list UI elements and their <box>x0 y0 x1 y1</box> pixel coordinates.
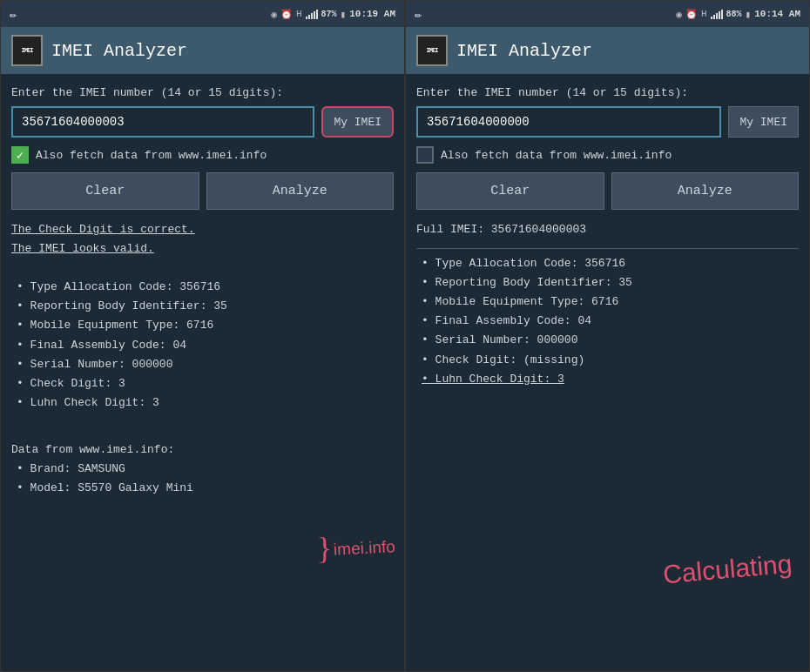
checkbox-label-2: Also fetch data from www.imei.info <box>441 149 672 162</box>
app-header-2: IMEI IMEI Analyzer <box>406 27 809 74</box>
status-bar-right-2: ◉ ⏰ H 88% ▮ 10:14 AM <box>676 9 800 20</box>
input-label-2: Enter the IMEI number (14 or 15 digits): <box>416 86 799 99</box>
my-imei-button-1[interactable]: My IMEI <box>321 106 394 138</box>
my-imei-button-2[interactable]: My IMEI <box>728 106 799 138</box>
pencil-icon-2: ✏ <box>415 7 422 22</box>
eye-icon-2: ◉ <box>676 9 682 20</box>
status-bar-1: ✏ ◉ ⏰ H 87% ▮ 10:19 AM <box>1 1 404 27</box>
result-item-1-5: • Check Digit: 3 <box>11 374 394 393</box>
time-1: 10:19 AM <box>349 9 395 19</box>
checkbox-1[interactable] <box>11 146 29 164</box>
result-item-1-3: • Final Assembly Code: 04 <box>11 336 394 355</box>
app-logo-1: IMEI <box>11 35 43 66</box>
full-imei-2: Full IMEI: 35671604000003 <box>416 220 799 239</box>
checkbox-2[interactable] <box>416 146 434 164</box>
data-section-title-1: Data from www.imei.info: <box>11 440 394 460</box>
result-item-1-0: • Type Allocation Code: 356716 <box>11 278 394 297</box>
result-item-2-2: • Mobile Equipment Type: 6716 <box>416 292 799 312</box>
analyze-button-2[interactable]: Analyze <box>611 172 800 210</box>
clear-button-2[interactable]: Clear <box>416 172 604 210</box>
button-row-2: Clear Analyze <box>416 172 799 210</box>
phone-screen-2: ✏ ◉ ⏰ H 88% ▮ 10:14 AM IMEI <box>405 0 810 672</box>
input-row-1: My IMEI <box>11 106 394 138</box>
result-item-2-5: • Check Digit: (missing) <box>416 351 799 370</box>
pencil-icon-1: ✏ <box>10 7 17 22</box>
app-title-2: IMEI Analyzer <box>456 41 592 61</box>
battery-icon-1: ▮ <box>341 9 347 20</box>
status-bar-left-2: ✏ <box>415 7 422 22</box>
data-item-1-0: • Brand: SAMSUNG <box>11 460 394 479</box>
input-row-2: My IMEI <box>416 106 799 138</box>
signal-h-1: H <box>296 9 302 19</box>
result-line-1: The Check Digit is correct. <box>11 220 394 239</box>
result-item-2-0: • Type Allocation Code: 356716 <box>416 254 799 273</box>
analyze-button-1[interactable]: Analyze <box>206 172 395 210</box>
result-area-1: The Check Digit is correct. The IMEI loo… <box>11 220 394 498</box>
app-title-1: IMEI Analyzer <box>51 41 187 61</box>
result-line-2: The IMEI looks valid. <box>11 239 394 259</box>
result-item-2-3: • Final Assembly Code: 04 <box>416 312 799 331</box>
phone-screen-1: ✏ ◉ ⏰ H 87% ▮ 10:19 AM IMEI <box>0 0 405 672</box>
clear-button-1[interactable]: Clear <box>11 172 199 210</box>
result-item-2-6: • Luhn Check Digit: 3 <box>416 370 799 389</box>
alarm-icon-2: ⏰ <box>685 9 698 20</box>
app-header-1: IMEI IMEI Analyzer <box>1 27 404 74</box>
data-item-1-1: • Model: S5570 Galaxy Mini <box>11 479 394 498</box>
result-item-2-1: • Reporting Body Identifier: 35 <box>416 273 799 292</box>
signal-bars-1 <box>306 9 318 19</box>
status-bar-2: ✏ ◉ ⏰ H 88% ▮ 10:14 AM <box>406 1 809 27</box>
checkbox-row-2: Also fetch data from www.imei.info <box>416 146 799 164</box>
signal-bars-2 <box>711 9 723 19</box>
imei-input-1[interactable] <box>11 106 314 138</box>
result-item-1-6: • Luhn Check Digit: 3 <box>11 393 394 413</box>
result-item-1-2: • Mobile Equipment Type: 6716 <box>11 316 394 335</box>
result-item-1-1: • Reporting Body Identifier: 35 <box>11 297 394 316</box>
app-logo-2: IMEI <box>416 35 448 66</box>
result-item-1-4: • Serial Number: 000000 <box>11 355 394 374</box>
input-label-1: Enter the IMEI number (14 or 15 digits): <box>11 86 394 99</box>
status-bar-right-1: ◉ ⏰ H 87% ▮ 10:19 AM <box>271 9 395 20</box>
signal-h-2: H <box>701 9 707 19</box>
eye-icon-1: ◉ <box>271 9 277 20</box>
checkbox-row-1: Also fetch data from www.imei.info <box>11 146 394 164</box>
divider-2 <box>416 248 799 249</box>
screens-container: ✏ ◉ ⏰ H 87% ▮ 10:19 AM IMEI <box>0 0 810 672</box>
status-bar-left-1: ✏ <box>10 7 17 22</box>
content-2: Enter the IMEI number (14 or 15 digits):… <box>406 74 809 671</box>
time-2: 10:14 AM <box>754 9 800 19</box>
battery-1: 87% <box>321 10 337 19</box>
result-area-2: Full IMEI: 35671604000003 • Type Allocat… <box>416 220 799 389</box>
checkbox-label-1: Also fetch data from www.imei.info <box>36 149 267 162</box>
content-1: Enter the IMEI number (14 or 15 digits):… <box>1 74 404 671</box>
imei-input-2[interactable] <box>416 106 721 138</box>
button-row-1: Clear Analyze <box>11 172 394 210</box>
result-item-2-4: • Serial Number: 000000 <box>416 331 799 350</box>
battery-icon-2: ▮ <box>746 9 752 20</box>
alarm-icon-1: ⏰ <box>280 9 293 20</box>
battery-2: 88% <box>726 10 742 19</box>
